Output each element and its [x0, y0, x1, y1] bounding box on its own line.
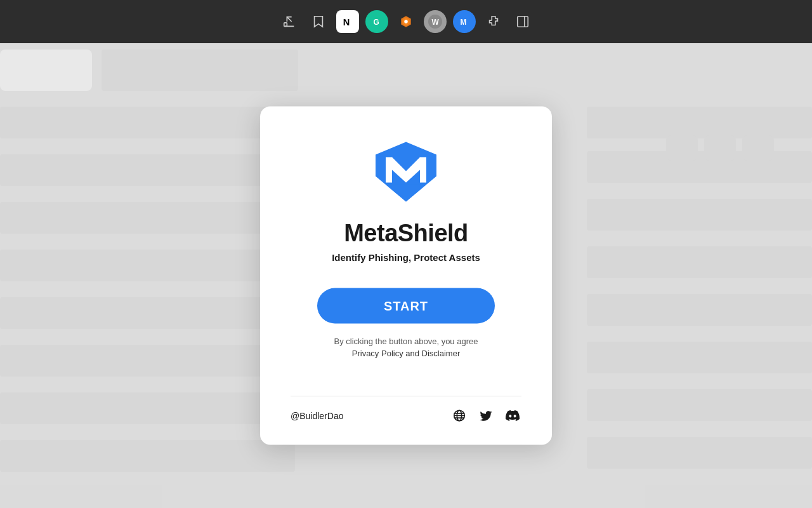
svg-text:W: W: [432, 18, 440, 27]
browser-toolbar: N G W: [278, 10, 534, 33]
sidebar-toggle-icon[interactable]: [511, 10, 534, 33]
website-icon[interactable]: [450, 407, 468, 425]
svg-point-7: [404, 20, 408, 23]
metamask-icon[interactable]: [395, 10, 417, 33]
twitter-icon[interactable]: [477, 407, 495, 425]
modal-footer: @BuidlerDao: [291, 396, 521, 425]
wordtune-icon[interactable]: W: [424, 10, 447, 33]
logo-container: [368, 137, 444, 210]
metashield-browser-icon[interactable]: M: [453, 10, 476, 33]
buidler-handle: @BuidlerDao: [291, 411, 343, 421]
discord-icon[interactable]: [504, 407, 521, 425]
app-tagline: Identify Phishing, Protect Assets: [332, 252, 480, 263]
notion-icon[interactable]: N: [336, 10, 359, 33]
metashield-modal: // Replace logo with cleaner version Met…: [260, 107, 552, 445]
browser-bar: N G W: [0, 0, 812, 43]
agree-text: By clicking the button above, you agree: [334, 337, 478, 346]
start-button[interactable]: START: [317, 288, 495, 324]
share-icon[interactable]: [278, 10, 301, 33]
social-icons: [450, 407, 521, 425]
svg-text:N: N: [343, 17, 350, 27]
page-background: // Replace logo with cleaner version Met…: [0, 43, 812, 508]
svg-rect-0: [284, 23, 287, 27]
svg-text:G: G: [374, 18, 379, 27]
svg-rect-12: [518, 17, 528, 27]
bookmark-icon[interactable]: [307, 10, 330, 33]
svg-text:M: M: [461, 18, 467, 27]
metashield-logo-clean: [368, 137, 444, 207]
extensions-icon[interactable]: [482, 10, 505, 33]
app-title: MetaShield: [344, 220, 468, 247]
grammarly-icon[interactable]: G: [365, 10, 388, 33]
privacy-policy-link[interactable]: Privacy Policy and Disclaimer: [352, 349, 461, 358]
